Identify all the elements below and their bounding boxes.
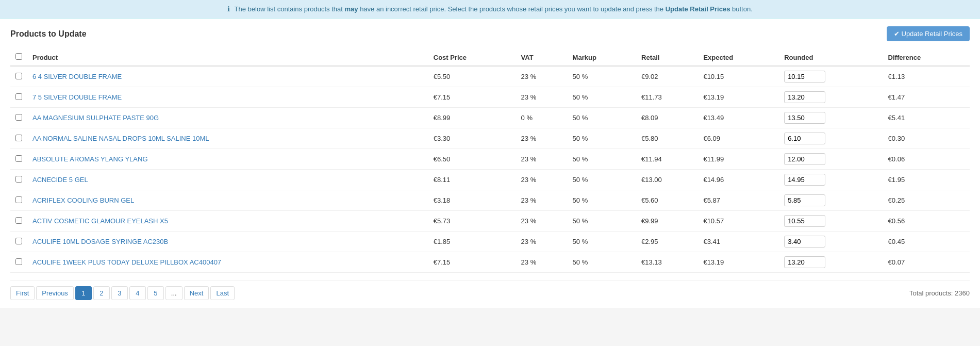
row-rounded-cell-1	[779, 87, 883, 108]
row-checkbox-7[interactable]	[15, 217, 22, 224]
row-expected-4: €11.99	[698, 149, 779, 170]
rounded-input-0[interactable]	[784, 71, 825, 83]
rounded-input-9[interactable]	[784, 256, 825, 268]
row-checkbox-9[interactable]	[15, 258, 22, 265]
table-row: ACULIFE 10ML DOSAGE SYRINGE AC230B €1.85…	[10, 232, 970, 252]
row-expected-1: €13.19	[698, 87, 779, 108]
row-checkbox-cell	[10, 149, 27, 170]
row-difference-6: €0.25	[883, 190, 970, 211]
row-checkbox-cell	[10, 190, 27, 211]
update-retail-prices-button[interactable]: ✔ Update Retail Prices	[887, 26, 970, 41]
row-checkbox-6[interactable]	[15, 196, 22, 203]
product-link-4[interactable]: ABSOLUTE AROMAS YLANG YLANG	[32, 155, 148, 163]
rounded-input-6[interactable]	[784, 194, 825, 206]
row-vat-8: 23 %	[516, 232, 568, 252]
product-link-8[interactable]: ACULIFE 10ML DOSAGE SYRINGE AC230B	[32, 238, 168, 245]
row-cost-6: €3.18	[428, 190, 516, 211]
product-link-3[interactable]: AA NORMAL SALINE NASAL DROPS 10ML SALINE…	[32, 135, 209, 142]
row-cost-5: €8.11	[428, 170, 516, 190]
product-link-6[interactable]: ACRIFLEX COOLING BURN GEL	[32, 196, 134, 204]
row-retail-3: €5.80	[636, 128, 698, 149]
page-3-button[interactable]: 3	[111, 286, 128, 300]
row-expected-5: €14.96	[698, 170, 779, 190]
col-cost-price: Cost Price	[428, 49, 516, 66]
row-markup-0: 50 %	[568, 66, 636, 87]
row-cost-4: €6.50	[428, 149, 516, 170]
product-link-7[interactable]: ACTIV COSMETIC GLAMOUR EYELASH X5	[32, 217, 168, 225]
row-vat-3: 23 %	[516, 128, 568, 149]
rounded-input-5[interactable]	[784, 174, 825, 186]
banner-text-link: Update Retail Prices	[666, 5, 730, 13]
product-link-0[interactable]: 6 4 SILVER DOUBLE FRAME	[32, 73, 122, 80]
rounded-input-8[interactable]	[784, 236, 825, 248]
product-link-5[interactable]: ACNECIDE 5 GEL	[32, 176, 88, 184]
row-rounded-cell-3	[779, 128, 883, 149]
row-checkbox-4[interactable]	[15, 155, 22, 162]
row-checkbox-3[interactable]	[15, 135, 22, 141]
row-checkbox-5[interactable]	[15, 176, 22, 183]
row-rounded-cell-8	[779, 232, 883, 252]
row-vat-7: 23 %	[516, 211, 568, 232]
rounded-input-4[interactable]	[784, 153, 825, 165]
rounded-input-2[interactable]	[784, 112, 825, 124]
row-retail-4: €11.94	[636, 149, 698, 170]
row-checkbox-cell	[10, 232, 27, 252]
table-row: ACULIFE 1WEEK PLUS TODAY DELUXE PILLBOX …	[10, 252, 970, 273]
product-link-1[interactable]: 7 5 SILVER DOUBLE FRAME	[32, 93, 122, 101]
row-vat-0: 23 %	[516, 66, 568, 87]
banner-text-bold: may	[344, 5, 358, 13]
info-icon: ℹ	[227, 5, 230, 13]
row-expected-2: €13.49	[698, 108, 779, 128]
next-page-button[interactable]: Next	[184, 286, 209, 300]
row-expected-3: €6.09	[698, 128, 779, 149]
product-link-2[interactable]: AA MAGNESIUM SULPHATE PASTE 90G	[32, 114, 159, 122]
row-product-4: ABSOLUTE AROMAS YLANG YLANG	[27, 149, 428, 170]
row-difference-5: €1.95	[883, 170, 970, 190]
row-product-5: ACNECIDE 5 GEL	[27, 170, 428, 190]
last-page-button[interactable]: Last	[210, 286, 235, 300]
row-retail-9: €13.13	[636, 252, 698, 273]
row-markup-8: 50 %	[568, 232, 636, 252]
row-retail-7: €9.99	[636, 211, 698, 232]
info-banner: ℹ The below list contains products that …	[0, 0, 980, 19]
select-all-checkbox[interactable]	[15, 53, 22, 60]
table-row: ACRIFLEX COOLING BURN GEL €3.18 23 % 50 …	[10, 190, 970, 211]
row-rounded-cell-0	[779, 66, 883, 87]
row-markup-4: 50 %	[568, 149, 636, 170]
col-vat: VAT	[516, 49, 568, 66]
row-checkbox-cell	[10, 87, 27, 108]
row-checkbox-cell	[10, 66, 27, 87]
product-link-9[interactable]: ACULIFE 1WEEK PLUS TODAY DELUXE PILLBOX …	[32, 258, 221, 266]
row-rounded-cell-4	[779, 149, 883, 170]
page-4-button[interactable]: 4	[129, 286, 146, 300]
previous-page-button[interactable]: Previous	[36, 286, 74, 300]
row-expected-8: €3.41	[698, 232, 779, 252]
row-difference-0: €1.13	[883, 66, 970, 87]
rounded-input-7[interactable]	[784, 215, 825, 227]
row-checkbox-8[interactable]	[15, 238, 22, 244]
first-page-button[interactable]: First	[10, 286, 35, 300]
table-row: ACTIV COSMETIC GLAMOUR EYELASH X5 €5.73 …	[10, 211, 970, 232]
row-cost-2: €8.99	[428, 108, 516, 128]
row-checkbox-0[interactable]	[15, 73, 22, 79]
rounded-input-3[interactable]	[784, 133, 825, 144]
row-checkbox-2[interactable]	[15, 114, 22, 121]
row-retail-8: €2.95	[636, 232, 698, 252]
row-vat-9: 23 %	[516, 252, 568, 273]
page-5-button[interactable]: 5	[147, 286, 164, 300]
page-title: Products to Update	[10, 29, 87, 39]
row-product-6: ACRIFLEX COOLING BURN GEL	[27, 190, 428, 211]
row-difference-7: €0.56	[883, 211, 970, 232]
page-dots: ...	[165, 286, 182, 300]
row-markup-3: 50 %	[568, 128, 636, 149]
rounded-input-1[interactable]	[784, 91, 825, 103]
page-2-button[interactable]: 2	[93, 286, 110, 300]
row-product-0: 6 4 SILVER DOUBLE FRAME	[27, 66, 428, 87]
row-checkbox-1[interactable]	[15, 93, 22, 100]
row-product-3: AA NORMAL SALINE NASAL DROPS 10ML SALINE…	[27, 128, 428, 149]
row-markup-1: 50 %	[568, 87, 636, 108]
row-cost-3: €3.30	[428, 128, 516, 149]
row-rounded-cell-6	[779, 190, 883, 211]
row-rounded-cell-9	[779, 252, 883, 273]
page-1-button[interactable]: 1	[75, 286, 92, 300]
